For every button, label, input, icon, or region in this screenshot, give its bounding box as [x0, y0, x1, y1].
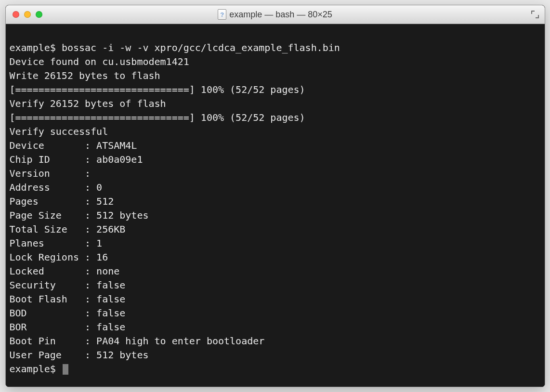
- info-key: Security: [10, 278, 85, 292]
- info-value: 1: [96, 236, 102, 250]
- colon-sep: :: [85, 264, 96, 278]
- colon-sep: :: [85, 334, 96, 348]
- info-key: Device: [10, 139, 85, 153]
- info-value: PA04 high to enter bootloader: [96, 334, 264, 348]
- info-key: BOD: [10, 306, 85, 320]
- info-key: Chip ID: [10, 153, 85, 167]
- colon-sep: :: [85, 167, 96, 181]
- colon-sep: :: [85, 278, 96, 292]
- command: bossac -i -w -v xpro/gcc/lcdca_example_f…: [62, 42, 340, 53]
- info-row: Chip ID: ab0a09e1: [10, 153, 541, 167]
- info-key: Page Size: [10, 209, 85, 222]
- info-row: User Page: 512 bytes: [10, 348, 541, 362]
- info-value: 256KB: [96, 222, 125, 236]
- info-row: BOR: false: [10, 320, 541, 334]
- write-progress: [==============================] 100% (5…: [10, 84, 305, 95]
- colon-sep: :: [85, 209, 96, 222]
- info-value: none: [96, 264, 119, 278]
- info-value: false: [96, 278, 125, 292]
- cursor-block-icon: [63, 364, 68, 375]
- info-key: Boot Pin: [10, 334, 85, 348]
- info-key: Address: [10, 181, 85, 195]
- colon-sep: :: [85, 292, 96, 306]
- close-icon[interactable]: [13, 11, 19, 18]
- verify-success: Verify successful: [10, 126, 108, 137]
- info-value: false: [96, 320, 125, 334]
- info-value: false: [96, 306, 125, 320]
- prompt: example$: [10, 363, 56, 375]
- verify-line: Verify 26152 bytes of flash: [10, 98, 166, 109]
- info-value: ab0a09e1: [96, 153, 143, 167]
- terminal-content[interactable]: example$ bossac -i -w -v xpro/gcc/lcdca_…: [6, 24, 545, 387]
- info-key: Planes: [10, 236, 85, 250]
- info-key: Lock Regions: [10, 250, 85, 264]
- info-key: Pages: [10, 195, 85, 209]
- info-value: 512 bytes: [96, 348, 148, 362]
- info-value: 512 bytes: [96, 209, 148, 222]
- info-value: 512: [96, 195, 114, 209]
- colon-sep: :: [85, 306, 96, 320]
- info-key: Boot Flash: [10, 292, 85, 306]
- terminal-window: ? example — bash — 80×25 example$ bossac…: [5, 5, 545, 387]
- colon-sep: :: [85, 181, 96, 195]
- info-key: User Page: [10, 348, 85, 362]
- info-row: Page Size: 512 bytes: [10, 209, 541, 222]
- info-value: 16: [96, 250, 108, 264]
- info-key: Locked: [10, 264, 85, 278]
- info-row: Boot Flash: false: [10, 292, 541, 306]
- info-row: Lock Regions: 16: [10, 250, 541, 264]
- zoom-icon[interactable]: [36, 11, 42, 18]
- enter-fullscreen-icon[interactable]: [530, 10, 540, 19]
- device-found-line: Device found on cu.usbmodem1421: [10, 56, 189, 67]
- title-bar[interactable]: ? example — bash — 80×25: [6, 5, 545, 24]
- colon-sep: :: [85, 222, 96, 236]
- info-row: Locked: none: [10, 264, 541, 278]
- write-line: Write 26152 bytes to flash: [10, 70, 160, 81]
- document-icon: ?: [218, 9, 226, 20]
- prompt: example$: [10, 42, 56, 53]
- info-row: Total Size: 256KB: [10, 222, 541, 236]
- info-row: Boot Pin: PA04 high to enter bootloader: [10, 334, 541, 348]
- info-key: BOR: [10, 320, 85, 334]
- colon-sep: :: [85, 236, 96, 250]
- info-row: Planes: 1: [10, 236, 541, 250]
- colon-sep: :: [85, 139, 96, 153]
- info-row: Version:: [10, 167, 541, 181]
- info-row: Device: ATSAM4L: [10, 139, 541, 153]
- info-value: false: [96, 292, 125, 306]
- info-row: Address: 0: [10, 181, 541, 195]
- info-value: ATSAM4L: [96, 139, 137, 153]
- info-value: 0: [96, 181, 102, 195]
- colon-sep: :: [85, 320, 96, 334]
- info-key: Total Size: [10, 222, 85, 236]
- info-row: Pages: 512: [10, 195, 541, 209]
- window-title: example — bash — 80×25: [229, 10, 332, 20]
- colon-sep: :: [85, 250, 96, 264]
- minimize-icon[interactable]: [24, 11, 31, 18]
- colon-sep: :: [85, 153, 96, 167]
- colon-sep: :: [85, 195, 96, 209]
- colon-sep: :: [85, 348, 96, 362]
- info-row: BOD: false: [10, 306, 541, 320]
- verify-progress: [==============================] 100% (5…: [10, 112, 305, 123]
- info-key: Version: [10, 167, 85, 181]
- info-row: Security: false: [10, 278, 541, 292]
